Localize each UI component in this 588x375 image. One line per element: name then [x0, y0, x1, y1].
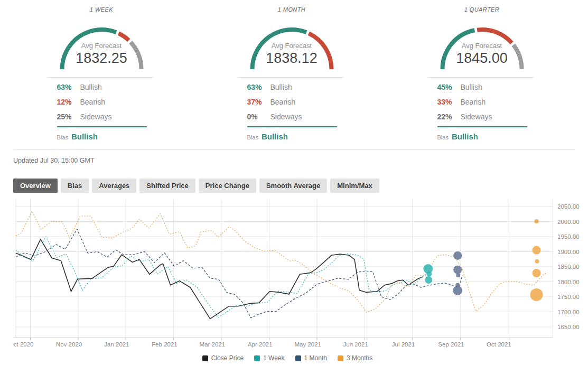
legend-label: 1 Week [263, 354, 284, 362]
forecast-card-1-quarter: 1 QUARTER Avg Forecast 1845.00 45% Bulli… [387, 5, 577, 141]
svg-text:Nov 2020: Nov 2020 [56, 341, 82, 348]
svg-text:1750.00: 1750.00 [557, 294, 580, 300]
bias-row: Bias Bullish [48, 132, 153, 141]
bullish-pct: 63% [57, 83, 80, 91]
svg-text:Apr 2021: Apr 2021 [248, 341, 273, 348]
avg-forecast-label: Avg Forecast [428, 42, 536, 50]
gauge-period-title: 1 MONTH [238, 6, 346, 13]
svg-text:Oct 2020: Oct 2020 [13, 341, 33, 348]
sentiment-stats: 63% Bullish 37% Bearish 0% Sideways Bias… [238, 77, 343, 141]
legend-item-1-week[interactable]: 1 Week [254, 354, 284, 362]
tab-minim-max[interactable]: Minim/Max [330, 179, 379, 193]
bias-divider [57, 126, 147, 127]
sideways-pct: 22% [437, 112, 461, 121]
svg-text:Jul 2021: Jul 2021 [392, 341, 415, 348]
legend-swatch-icon [295, 355, 301, 361]
svg-text:2050.00: 2050.00 [557, 203, 580, 210]
tab-bias[interactable]: Bias [61, 179, 89, 193]
avg-forecast-value: 1845.00 [428, 50, 536, 67]
avg-forecast-label: Avg Forecast [48, 42, 156, 50]
legend-swatch-icon [202, 355, 208, 361]
legend-label: 3 Months [347, 354, 372, 362]
tab-price-change[interactable]: Price Change [199, 179, 256, 193]
sentiment-stats: 63% Bullish 12% Bearish 25% Sideways Bia… [48, 77, 153, 141]
legend-swatch-icon [254, 355, 260, 361]
tab-averages[interactable]: Averages [92, 179, 136, 193]
stat-row-bullish: 63% Bullish [238, 80, 343, 95]
bearish-pct: 33% [437, 98, 461, 106]
forecast-card-1-month: 1 MONTH Avg Forecast 1838.12 63% Bullish… [197, 5, 387, 141]
bullish-label: Bullish [461, 83, 482, 91]
avg-forecast-value: 1832.25 [48, 50, 156, 67]
legend-item-1-month[interactable]: 1 Month [295, 354, 327, 362]
sideways-pct: 25% [57, 112, 80, 121]
bearish-pct: 12% [57, 98, 80, 106]
chart-tabs: OverviewBiasAveragesShifted PricePrice C… [13, 179, 588, 193]
svg-text:2000.00: 2000.00 [557, 219, 580, 225]
svg-text:Feb 2021: Feb 2021 [152, 341, 178, 348]
avg-forecast-value: 1838.12 [238, 50, 346, 67]
bias-divider [247, 126, 337, 127]
bias-row: Bias Bullish [428, 132, 534, 141]
sideways-label: Sideways [80, 112, 112, 121]
bullish-pct: 63% [247, 83, 270, 91]
bearish-pct: 37% [247, 98, 270, 106]
sentiment-stats: 45% Bullish 33% Bearish 22% Sideways Bia… [428, 77, 534, 141]
stat-row-sideways: 25% Sideways [48, 109, 153, 124]
bias-value: Bullish [71, 132, 98, 141]
bias-label: Bias [247, 134, 258, 140]
svg-text:1900.00: 1900.00 [557, 249, 580, 255]
bias-divider [437, 126, 527, 127]
sideways-label: Sideways [461, 112, 492, 121]
bias-row: Bias Bullish [238, 132, 343, 141]
gauge-1-month: Avg Forecast 1838.12 [238, 14, 346, 73]
forecast-cards: 1 WEEK Avg Forecast 1832.25 63% Bullish … [0, 0, 588, 141]
tab-shifted-price[interactable]: Shifted Price [139, 179, 195, 193]
chart-plot-area[interactable]: 2050.002000.001950.001900.001850.001800.… [13, 198, 588, 351]
forecast-card-1-week: 1 WEEK Avg Forecast 1832.25 63% Bullish … [6, 5, 197, 141]
gauge-1-quarter: Avg Forecast 1845.00 [428, 14, 536, 73]
legend-item-3-months[interactable]: 3 Months [338, 354, 372, 362]
gauge-period-title: 1 WEEK [48, 6, 156, 13]
bearish-label: Bearish [461, 98, 486, 106]
bias-value: Bullish [452, 132, 478, 141]
svg-text:Sep 2021: Sep 2021 [438, 341, 464, 348]
bullish-pct: 45% [437, 83, 461, 91]
legend-swatch-icon [338, 355, 343, 361]
tab-overview[interactable]: Overview [13, 179, 58, 193]
svg-text:Mar 2021: Mar 2021 [200, 341, 226, 348]
svg-text:Oct 2021: Oct 2021 [487, 341, 511, 348]
tab-smooth-average[interactable]: Smooth Average [259, 179, 327, 193]
legend-label: 1 Month [304, 354, 327, 362]
bearish-label: Bearish [80, 98, 105, 106]
svg-text:1650.00: 1650.00 [557, 324, 580, 330]
bias-label: Bias [57, 134, 68, 140]
svg-text:1850.00: 1850.00 [557, 264, 580, 270]
stat-row-bearish: 12% Bearish [48, 95, 153, 109]
stat-row-sideways: 22% Sideways [428, 109, 534, 124]
bias-value: Bullish [262, 132, 288, 141]
gauge-1-week: Avg Forecast 1832.25 [48, 14, 156, 73]
forecast-chart: 2050.002000.001950.001900.001850.001800.… [13, 198, 588, 353]
bias-label: Bias [437, 134, 449, 140]
bullish-label: Bullish [270, 83, 292, 91]
stat-row-bullish: 63% Bullish [48, 80, 153, 95]
chart-legend: Close Price1 Week1 Month3 Months [0, 354, 575, 362]
updated-timestamp: Updated Jul 30, 15:00 GMT [13, 149, 575, 164]
svg-text:May 2021: May 2021 [294, 341, 321, 348]
stat-row-bearish: 33% Bearish [428, 95, 534, 109]
svg-text:Jun 2021: Jun 2021 [343, 341, 368, 348]
svg-text:1700.00: 1700.00 [557, 309, 580, 315]
svg-text:1800.00: 1800.00 [557, 279, 580, 285]
svg-text:Jan 2021: Jan 2021 [104, 341, 129, 348]
bullish-label: Bullish [80, 83, 102, 91]
bearish-label: Bearish [270, 98, 295, 106]
sideways-pct: 0% [247, 112, 270, 121]
legend-item-close-price[interactable]: Close Price [202, 354, 244, 362]
stat-row-sideways: 0% Sideways [238, 109, 343, 124]
legend-label: Close Price [211, 354, 244, 362]
sideways-label: Sideways [270, 112, 302, 121]
avg-forecast-label: Avg Forecast [238, 42, 346, 50]
stat-row-bullish: 45% Bullish [428, 80, 534, 95]
svg-text:1950.00: 1950.00 [557, 233, 580, 240]
